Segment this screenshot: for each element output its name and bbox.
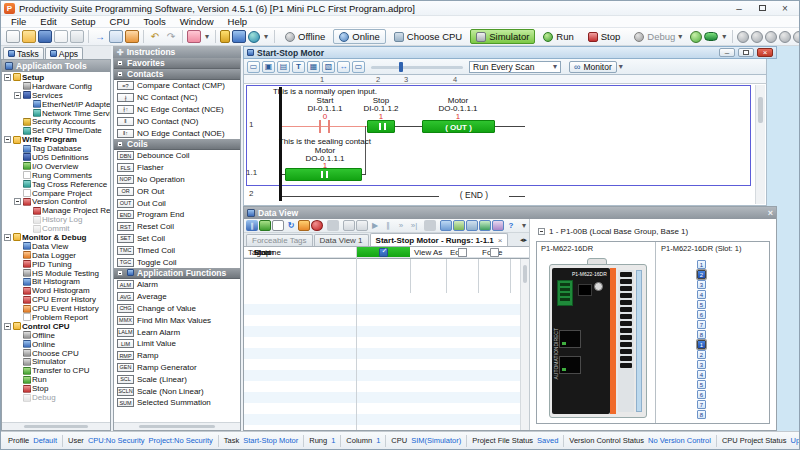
tree-item[interactable]: Security Accounts <box>2 117 110 126</box>
choose-cpu-button[interactable]: Choose CPU <box>388 29 468 44</box>
horizontal-scrollbar[interactable] <box>114 422 240 430</box>
start-contact[interactable] <box>319 120 321 133</box>
toolbar-separator[interactable] <box>424 220 436 231</box>
tree-expander-icon[interactable] <box>14 92 21 99</box>
tree-item[interactable]: EtherNet/IP Adapter <box>2 100 110 109</box>
tree-item[interactable]: Debug <box>2 393 110 402</box>
instruction-item[interactable]: AVG Average <box>114 291 240 303</box>
simulator-button[interactable]: Simulator <box>470 29 535 44</box>
instruction-item[interactable]: FLS Flasher <box>114 162 240 174</box>
tree-item[interactable]: Hardware Config <box>2 82 110 91</box>
tree-item[interactable]: Offline <box>2 331 110 340</box>
favorites-section-header[interactable]: Favorites <box>114 58 240 69</box>
io-led[interactable]: 6 <box>697 390 706 399</box>
new-view-icon[interactable] <box>272 220 284 231</box>
export-excel-icon[interactable] <box>479 220 491 231</box>
toolbar-separator[interactable] <box>215 30 216 43</box>
toolbar-separator[interactable] <box>327 220 339 231</box>
tree-item[interactable]: Bit Histogram <box>2 277 110 286</box>
force-cell[interactable] <box>479 247 510 257</box>
monitor-tool-icon[interactable] <box>793 31 800 43</box>
tree-item[interactable]: HS Module Testing <box>2 269 110 278</box>
tree-item[interactable]: UDS Definitions <box>2 153 110 162</box>
tree-item[interactable]: Setup <box>2 73 110 82</box>
rung-comment[interactable]: This is a normally open input. <box>255 87 395 96</box>
instruction-item[interactable]: DBN Debounce Coil <box>114 150 240 162</box>
refresh-icon[interactable] <box>285 220 297 231</box>
save-project-icon[interactable] <box>38 30 52 43</box>
zoom-slider-thumb[interactable] <box>399 62 403 72</box>
monitor-tool-icon[interactable] <box>779 31 791 43</box>
value-checkbox[interactable] <box>379 248 388 257</box>
toolbar-separator[interactable] <box>732 30 733 43</box>
move-handle-icon[interactable]: ✚ <box>117 48 124 57</box>
monitor-tool-icon[interactable] <box>737 31 749 43</box>
motor-out-coil[interactable]: OUT <box>422 120 495 133</box>
monitor-tool-icon[interactable] <box>751 31 763 43</box>
data-view-tab[interactable]: Start-Stop Motor - Rungs: 1-1.1 <box>370 233 509 246</box>
instruction-item[interactable]: SUM Selected Summation <box>114 397 240 409</box>
fast-forward-icon[interactable] <box>395 220 407 231</box>
plc-module-image[interactable]: P1-M622-16DR AUTOMATIONDIRECT <box>549 258 647 418</box>
erase-icon[interactable] <box>187 30 201 43</box>
open-project-icon[interactable] <box>22 30 36 43</box>
instruction-item[interactable]: SCLN Scale (Non Linear) <box>114 385 240 397</box>
child-close-button[interactable]: × <box>757 48 773 57</box>
tree-item[interactable]: CPU Event History <box>2 304 110 313</box>
tree-expander-icon[interactable] <box>4 74 11 81</box>
collapse-icon[interactable] <box>538 228 545 235</box>
instruction-item[interactable]: OR OR Out <box>114 185 240 197</box>
instruction-item[interactable]: LIM Limit Value <box>114 338 240 350</box>
instruction-item[interactable]: ALM Alarm <box>114 279 240 291</box>
panel-tab[interactable]: Apps <box>45 47 83 59</box>
chart-icon[interactable] <box>453 220 465 231</box>
edit-cell[interactable] <box>447 247 478 257</box>
cpu-slot-label[interactable]: P1-M622-16DR <box>541 244 593 253</box>
save-as-icon[interactable] <box>54 30 68 43</box>
value-cell[interactable] <box>357 247 410 257</box>
undo-icon[interactable] <box>148 30 162 43</box>
language-globe-icon[interactable] <box>248 31 260 43</box>
tree-item[interactable]: Commit <box>2 224 110 233</box>
io-led[interactable]: 1 <box>697 340 706 349</box>
tree-expander-icon[interactable] <box>14 198 21 205</box>
print-icon[interactable] <box>70 30 84 43</box>
tree-item[interactable]: Manage Project Repository <box>2 206 110 215</box>
tree-item[interactable]: Write Program <box>2 135 110 144</box>
tree-item[interactable]: Network Time Service <box>2 109 110 118</box>
menu-item[interactable]: Window <box>173 16 221 27</box>
options-icon[interactable] <box>492 220 504 231</box>
horizontal-scrollbar[interactable] <box>2 422 110 430</box>
child-minimize-button[interactable]: – <box>719 48 735 57</box>
instruction-item[interactable]: SCL Scale (Linear) <box>114 373 240 385</box>
instruction-item[interactable]: OUT Out Coil <box>114 197 240 209</box>
text-edit-icon[interactable] <box>292 61 305 73</box>
ladder-vertical-scrollbar[interactable] <box>755 85 765 204</box>
monitor-button[interactable]: ∞ Monitor <box>569 61 617 73</box>
tree-item[interactable]: Set CPU Time/Date <box>2 126 110 135</box>
open-view-icon[interactable] <box>343 220 355 231</box>
monitor-dropdown-icon[interactable]: ▾ <box>619 62 623 71</box>
start-contact[interactable] <box>328 120 330 133</box>
zoom-slider[interactable] <box>371 62 463 72</box>
pause-monitor-icon[interactable] <box>246 220 258 231</box>
collapse-icon[interactable] <box>117 71 123 77</box>
tree-item[interactable]: PID Tuning <box>2 260 110 269</box>
io-led[interactable]: 2 <box>697 270 706 279</box>
stop-contact[interactable] <box>367 120 395 133</box>
io-led[interactable]: 3 <box>697 360 706 369</box>
ladder-view-icon[interactable] <box>247 61 260 73</box>
toolbar-separator[interactable] <box>182 30 183 43</box>
force-alarm-icon[interactable] <box>298 220 310 231</box>
sim-status-icon[interactable] <box>704 32 718 41</box>
tree-expander-icon[interactable] <box>4 323 11 330</box>
io-led[interactable]: 7 <box>697 400 706 409</box>
tree-item[interactable]: Choose CPU <box>2 349 110 358</box>
application-functions-section-header[interactable]: Application Functions <box>114 268 240 279</box>
io-led[interactable]: 5 <box>697 380 706 389</box>
io-led[interactable]: 4 <box>697 290 706 299</box>
tree-item[interactable]: Run <box>2 375 110 384</box>
tree-item[interactable]: Simulator <box>2 358 110 367</box>
toolbar-separator[interactable] <box>143 30 144 43</box>
toolbar-separator[interactable] <box>274 30 275 43</box>
